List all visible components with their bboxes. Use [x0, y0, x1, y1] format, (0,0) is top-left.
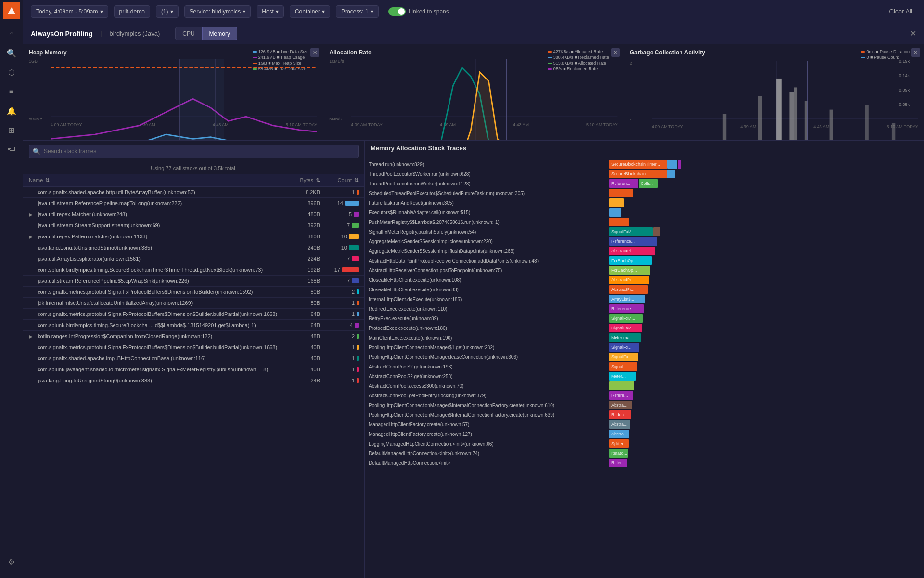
- table-row[interactable]: com.signalfx.metrics.protobuf.SignalFxPr…: [23, 287, 364, 298]
- table-row[interactable]: com.signalfx.shaded.apache.impl.BHttpCon…: [23, 353, 364, 364]
- heap-chart-close[interactable]: ✕: [310, 48, 319, 57]
- clear-button[interactable]: Clear All: [886, 6, 916, 17]
- host-filter[interactable]: Host ▾: [257, 5, 284, 18]
- flame-segment[interactable]: Referen...: [609, 179, 638, 188]
- flame-segment[interactable]: [609, 381, 634, 390]
- table-row[interactable]: ▶ kotlin.ranges.IntProgression$Companion…: [23, 331, 364, 342]
- flame-segment[interactable]: Abstra...: [609, 430, 629, 438]
- linked-to-spans-toggle[interactable]: Linked to spans: [388, 7, 449, 16]
- col-count-header[interactable]: Count ⇅: [320, 177, 359, 184]
- row-name: java.lang.Long.toUnsignedString0(unknown…: [38, 245, 282, 250]
- flame-segment[interactable]: Iterato...: [609, 449, 628, 458]
- flame-segment[interactable]: ArrayList$...: [609, 295, 645, 303]
- sidebar-icon-topology[interactable]: ⬡: [3, 64, 20, 81]
- flame-segment[interactable]: [609, 218, 629, 226]
- table-row[interactable]: java.util.stream.ReferencePipeline$5.opW…: [23, 276, 364, 287]
- flame-segment[interactable]: Reduc...: [609, 410, 631, 419]
- flame-segment[interactable]: SignalFxM...: [609, 227, 653, 236]
- service-selector[interactable]: priit-demo: [114, 5, 150, 18]
- table-row[interactable]: java.lang.Long.toUnsignedString0(unknown…: [23, 375, 364, 386]
- flame-content[interactable]: Thread.run(unknown:829)SecureBlockchainT…: [365, 156, 924, 578]
- tab-memory[interactable]: Memory: [202, 27, 237, 40]
- flame-segment[interactable]: ForEachOp...: [609, 256, 652, 265]
- row-expand[interactable]: ▶: [29, 334, 36, 339]
- row-bytes: 8.2KB: [282, 189, 320, 195]
- table-row[interactable]: java.util.stream.ReferencePipeline.mapTo…: [23, 198, 364, 209]
- table-row[interactable]: java.util.stream.StreamSupport.stream(un…: [23, 220, 364, 231]
- flame-segment[interactable]: AbstractPi...: [609, 247, 655, 255]
- tab-cpu[interactable]: CPU: [175, 27, 202, 40]
- row-bytes: 48B: [282, 333, 320, 339]
- search-input[interactable]: [29, 144, 359, 158]
- flame-segment[interactable]: Reference...: [609, 237, 657, 246]
- flame-segment[interactable]: [609, 208, 621, 217]
- container-filter[interactable]: Container ▾: [290, 5, 330, 18]
- gc-chart-close[interactable]: ✕: [911, 48, 920, 57]
- flame-row-segments: AbstractPi...: [609, 285, 920, 294]
- flame-segment[interactable]: Colli...: [639, 179, 658, 188]
- row-bytes: 360B: [282, 234, 320, 239]
- flame-segment[interactable]: [667, 160, 677, 169]
- flame-segment[interactable]: ForEachOp...: [609, 266, 650, 275]
- flame-segment[interactable]: SignalFxM...: [609, 324, 642, 332]
- sidebar-icon-settings[interactable]: ⚙: [3, 553, 20, 570]
- col-bytes-header[interactable]: Bytes ⇅: [282, 177, 320, 184]
- sidebar-icon-tags[interactable]: 🏷: [3, 141, 20, 158]
- flame-row: AbstractConnPool.getPoolEntryBlocking(un…: [369, 391, 920, 400]
- flame-segment[interactable]: [609, 189, 633, 197]
- process-filter[interactable]: Process: 1 ▾: [336, 5, 379, 18]
- table-row[interactable]: com.signalfx.metrics.protobuf.SignalFxPr…: [23, 309, 364, 320]
- time-range-picker[interactable]: Today, 4:09am - 5:09am ▾: [31, 5, 108, 18]
- table-row[interactable]: java.lang.Long.toUnsignedString0(unknown…: [23, 242, 364, 253]
- count-selector[interactable]: (1) ▾: [156, 5, 179, 18]
- flame-segment[interactable]: AbstractPi...: [609, 285, 648, 294]
- app-logo[interactable]: [3, 2, 20, 19]
- flame-row-label: ManagedHttpClientFactory.create(unknown:…: [369, 432, 609, 437]
- sidebar-icon-home[interactable]: ⌂: [3, 25, 20, 42]
- flame-segment[interactable]: Meter.ma...: [609, 333, 641, 342]
- sidebar-icon-alerts[interactable]: 🔔: [3, 102, 20, 119]
- sidebar-icon-search[interactable]: 🔍: [3, 44, 20, 62]
- sidebar-icon-list[interactable]: ≡: [3, 83, 20, 100]
- flame-segment[interactable]: [653, 227, 660, 236]
- stack-panel: 🔍 Using 77 call stacks out of 3.5k total…: [23, 141, 365, 578]
- table-row[interactable]: com.signalfx.shaded.apache.http.util.Byt…: [23, 187, 364, 198]
- table-row[interactable]: ▶ java.util.regex.Pattern.matcher(unknow…: [23, 231, 364, 242]
- table-row[interactable]: java.util.ArrayList.spliterator(unknown:…: [23, 253, 364, 264]
- row-expand[interactable]: ▶: [29, 212, 36, 217]
- flame-segment[interactable]: Abstra...: [609, 420, 630, 429]
- flame-segment[interactable]: [678, 160, 681, 169]
- flame-row-segments: Meter...: [609, 372, 920, 381]
- flame-segment[interactable]: Refer...: [609, 459, 627, 467]
- profile-close-button[interactable]: ✕: [910, 29, 916, 38]
- flame-segment[interactable]: SignalFx...: [609, 343, 639, 352]
- flame-segment[interactable]: SecureBlockchainTimer...: [609, 160, 667, 169]
- flame-segment[interactable]: SecureBlockchain...: [609, 170, 667, 178]
- flame-row-segments: AbstractPi...: [609, 276, 920, 284]
- row-expand[interactable]: ▶: [29, 234, 36, 239]
- flame-segment[interactable]: SignalFxM...: [609, 314, 643, 323]
- flame-segment[interactable]: [667, 170, 675, 178]
- flame-segment[interactable]: Abstra...: [609, 401, 632, 409]
- table-row[interactable]: com.signalfx.metrics.protobuf.SignalFxPr…: [23, 342, 364, 353]
- flame-segment[interactable]: Refere...: [609, 391, 633, 400]
- flame-segment[interactable]: AbstractPi...: [609, 276, 649, 284]
- allocation-chart-close[interactable]: ✕: [611, 48, 620, 57]
- toggle-switch[interactable]: [388, 7, 406, 16]
- table-row[interactable]: com.splunk.javaagent.shaded.io.micromete…: [23, 364, 364, 375]
- flame-segment[interactable]: SignalFx...: [609, 353, 638, 361]
- table-row[interactable]: jdk.internal.misc.Unsafe.allocateUniniti…: [23, 298, 364, 309]
- flame-row-segments: [609, 218, 920, 226]
- flame-segment[interactable]: Signal...: [609, 362, 637, 371]
- table-row[interactable]: ▶ java.util.regex.Matcher.(unknown:248) …: [23, 209, 364, 220]
- service-filter[interactable]: Service: birdlympics ▾: [184, 5, 251, 18]
- flame-segment[interactable]: [609, 198, 624, 207]
- flame-segment[interactable]: Spliter...: [609, 439, 629, 448]
- flame-row-label: FutureTask.runAndReset(unknown:305): [369, 200, 609, 206]
- col-name-header[interactable]: Name ⇅: [29, 177, 282, 184]
- flame-segment[interactable]: Meter...: [609, 372, 636, 381]
- table-row[interactable]: com.splunk.birdlympics.timing.SecureBloc…: [23, 320, 364, 331]
- flame-segment[interactable]: Reference...: [609, 304, 644, 313]
- table-row[interactable]: com.splunk.birdlympics.timing.SecureBloc…: [23, 264, 364, 276]
- sidebar-icon-grid[interactable]: ⊞: [3, 121, 20, 139]
